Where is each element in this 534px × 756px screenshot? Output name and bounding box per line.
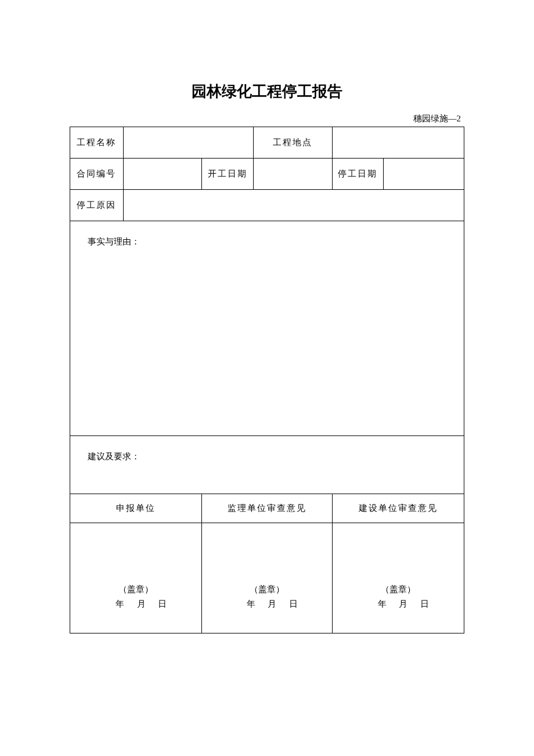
- page-title: 园林绿化工程停工报告: [70, 81, 464, 102]
- year-label: 年: [247, 599, 255, 609]
- date-line: 年 月 日: [333, 599, 464, 610]
- label-stop-date: 停工日期: [332, 159, 383, 190]
- sig-cell-supervisor[interactable]: （盖章） 年 月 日: [202, 523, 332, 633]
- sig-header-owner: 建设单位审查意见: [332, 494, 464, 523]
- label-contract-no: 合同编号: [70, 159, 124, 190]
- year-label: 年: [378, 599, 387, 609]
- day-label: 日: [420, 599, 429, 609]
- sig-header-supervisor: 监理单位审查意见: [202, 494, 332, 523]
- facts-cell[interactable]: 事实与理由：: [70, 221, 464, 436]
- year-label: 年: [116, 599, 124, 609]
- value-start-date[interactable]: [253, 159, 332, 190]
- value-project-location[interactable]: [332, 127, 464, 159]
- month-label: 月: [268, 599, 276, 609]
- facts-label: 事实与理由：: [88, 237, 140, 246]
- value-contract-no[interactable]: [123, 159, 202, 190]
- date-line: 年 月 日: [202, 599, 331, 610]
- value-stop-reason[interactable]: [123, 190, 464, 221]
- seal-text: （盖章）: [70, 584, 201, 595]
- value-project-name[interactable]: [123, 127, 253, 159]
- label-stop-reason: 停工原因: [70, 190, 124, 221]
- label-project-location: 工程地点: [253, 127, 332, 159]
- month-label: 月: [137, 599, 146, 609]
- date-line: 年 月 日: [70, 599, 201, 610]
- suggestion-label: 建议及要求：: [88, 452, 140, 461]
- form-code: 穗园绿施—2: [70, 113, 464, 124]
- suggestion-cell[interactable]: 建议及要求：: [70, 436, 464, 494]
- month-label: 月: [399, 599, 407, 609]
- seal-text: （盖章）: [202, 584, 331, 595]
- label-start-date: 开工日期: [202, 159, 253, 190]
- sig-cell-owner[interactable]: （盖章） 年 月 日: [332, 523, 464, 633]
- seal-text: （盖章）: [333, 584, 464, 595]
- sig-header-applicant: 申报单位: [70, 494, 202, 523]
- sig-cell-applicant[interactable]: （盖章） 年 月 日: [70, 523, 202, 633]
- label-project-name: 工程名称: [70, 127, 124, 159]
- value-stop-date[interactable]: [383, 159, 464, 190]
- day-label: 日: [158, 599, 167, 609]
- form-table: 工程名称 工程地点 合同编号 开工日期 停工日期 停工原因 事实与理由： 建议及…: [70, 127, 464, 633]
- day-label: 日: [289, 599, 298, 609]
